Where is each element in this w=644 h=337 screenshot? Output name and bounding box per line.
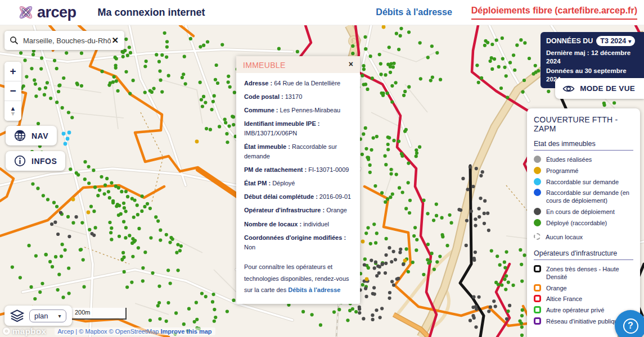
darkgray-dot-icon bbox=[534, 208, 541, 215]
legend-item: Zones très denses - Haute Densité bbox=[534, 265, 633, 281]
question-icon: ? bbox=[623, 318, 638, 334]
legend-item: Orange bbox=[534, 284, 633, 293]
legend-item: Raccordable sur demande bbox=[534, 178, 633, 186]
popup-field: Nombre de locaux : individuel bbox=[244, 220, 352, 229]
legend-item: Altice France bbox=[534, 295, 633, 303]
zoom-out-button[interactable]: − bbox=[4, 81, 21, 101]
scale-bar: 200m bbox=[70, 308, 127, 320]
legend-item-label: En cours de déploiement bbox=[546, 208, 615, 216]
attribution: mapbox Arcep | © Mapbox © OpenStreetMap … bbox=[0, 326, 215, 336]
legend-item-label: Déployé (raccordable) bbox=[546, 219, 607, 227]
arcep-logo-icon bbox=[16, 2, 36, 22]
mode-de-vue-button[interactable]: MODE DE VUE bbox=[555, 78, 644, 99]
search-input[interactable] bbox=[23, 37, 111, 45]
blue-dot-icon bbox=[534, 189, 541, 196]
top-header: arcep Ma connexion internet Débits à l'a… bbox=[0, 0, 644, 25]
popup-field: Début délai complétude : 2016-09-01 bbox=[244, 192, 352, 202]
cyan-dot-icon bbox=[534, 178, 541, 185]
nav-button[interactable]: NAV bbox=[6, 126, 57, 145]
popup-fields: Adresse : 64 Rue de la DentellièreCode p… bbox=[244, 79, 352, 252]
popup-footer: Pour connaître les opérateurs et technol… bbox=[244, 261, 352, 297]
debits-adresse-link[interactable]: Débits à l'adresse bbox=[288, 286, 340, 293]
popup-field: PM de rattachement : FI-13071-0009 bbox=[244, 165, 352, 175]
chevron-down-icon: ▾ bbox=[58, 313, 61, 319]
data-period-label: DONNÉES DU bbox=[546, 37, 593, 45]
popup-field: État PM : Déployé bbox=[244, 179, 352, 188]
search-box: ✕ bbox=[4, 31, 124, 50]
attribution-text: Arcep | © Mapbox © OpenStreetMap Improve… bbox=[55, 327, 215, 335]
mapbox-logo-icon bbox=[3, 327, 10, 335]
building-popup: IMMEUBLE × Adresse : 64 Rue de la Dentel… bbox=[236, 56, 360, 304]
orange-square-icon bbox=[534, 284, 541, 292]
layers-icon bbox=[10, 309, 24, 322]
basemap-select-value: plan bbox=[34, 312, 48, 320]
legend-item-label: Altice France bbox=[546, 295, 582, 303]
mapbox-logo[interactable]: mapbox bbox=[3, 326, 47, 336]
legend-title: COUVERTURE FTTH - ZAPM bbox=[534, 115, 633, 133]
last-update-text: Dernière maj : 12 décembre 2024 bbox=[546, 49, 639, 66]
popup-field: État immeuble : Raccordable sur demande bbox=[244, 142, 352, 161]
red-square-icon bbox=[534, 295, 541, 302]
legend-item-label: Études réalisées bbox=[546, 156, 592, 164]
infos-button-label: INFOS bbox=[31, 157, 57, 166]
layers-control: plan ▾ bbox=[4, 306, 72, 326]
header-links: Débits à l'adresse Déploiements fibre (c… bbox=[376, 6, 637, 20]
nav-button-label: NAV bbox=[31, 131, 48, 140]
popup-close-icon[interactable]: × bbox=[349, 61, 353, 67]
legend-item-label: Raccordable sur demande bbox=[546, 178, 619, 186]
search-clear-icon[interactable]: ✕ bbox=[111, 35, 119, 45]
dashed-circle-icon bbox=[534, 233, 541, 240]
popup-field: Coordonnées d'origine modifiées : Non bbox=[244, 233, 352, 252]
zoom-controls: + − ▲ ▼ bbox=[4, 62, 21, 121]
arcep-logo[interactable]: arcep bbox=[16, 2, 76, 22]
gold-dot-icon bbox=[534, 167, 541, 174]
popup-field: Commune : Les Pennes-Mirabeau bbox=[244, 106, 352, 115]
info-icon bbox=[14, 155, 26, 167]
legend-item: Programmé bbox=[534, 167, 633, 175]
zoom-in-button[interactable]: + bbox=[4, 62, 21, 81]
attribution-links[interactable]: Arcep | © Mapbox © OpenStreetMap bbox=[58, 328, 161, 335]
legend-item-label: Aucun locaux bbox=[546, 233, 583, 242]
globe-icon bbox=[14, 130, 26, 142]
green-square-icon bbox=[534, 306, 541, 313]
help-button[interactable]: ? bbox=[615, 310, 644, 337]
mode-de-vue-label: MODE DE VUE bbox=[580, 84, 635, 93]
legend-item: Aucun locaux bbox=[534, 233, 633, 242]
black-square-icon bbox=[534, 265, 541, 272]
gray-dot-icon bbox=[534, 156, 541, 163]
legend-etat-items: Études réaliséesProgramméRaccordable sur… bbox=[534, 156, 633, 242]
legend-item-label: Zones très denses - Haute Densité bbox=[546, 265, 633, 281]
link-debits-adresse[interactable]: Débits à l'adresse bbox=[376, 7, 452, 17]
legend-item-label: Raccordable sur demande (en cours de dép… bbox=[546, 189, 633, 205]
popup-field: Code postal : 13170 bbox=[244, 92, 352, 102]
infos-button[interactable]: INFOS bbox=[6, 151, 65, 171]
purple-square-icon bbox=[534, 317, 541, 325]
popup-field: Identifiant immeuble IPE : IMB/13071/X/0… bbox=[244, 119, 352, 138]
legend-section-etat: Etat des immeubles bbox=[534, 140, 633, 151]
legend-item-label: Orange bbox=[546, 284, 567, 293]
legend-item: Raccordable sur demande (en cours de dép… bbox=[534, 189, 633, 205]
popup-body: Adresse : 64 Rue de la DentellièreCode p… bbox=[236, 73, 360, 304]
improve-map-link[interactable]: Improve this map bbox=[160, 328, 211, 335]
basemap-select[interactable]: plan ▾ bbox=[29, 309, 66, 322]
legend-section-operateurs: Opérateurs d'infrastructure bbox=[534, 249, 633, 260]
compass-button[interactable]: ▲ ▼ bbox=[4, 101, 21, 121]
period-select[interactable]: T3 2024 ▾ bbox=[596, 36, 635, 46]
chevron-down-icon: ▾ bbox=[628, 38, 631, 44]
period-select-value: T3 2024 bbox=[600, 37, 626, 45]
legend-item-label: Autre opérateur privé bbox=[546, 306, 604, 315]
popup-title: IMMEUBLE bbox=[243, 61, 286, 70]
mapbox-logo-text: mapbox bbox=[12, 326, 47, 336]
page-title: Ma connexion internet bbox=[98, 7, 205, 19]
green-dot-icon bbox=[534, 219, 541, 226]
popup-field: Opérateur d'infrastructure : Orange bbox=[244, 206, 352, 215]
triangle-down-icon: ▼ bbox=[10, 111, 16, 116]
legend-item: Autre opérateur privé bbox=[534, 306, 633, 315]
popup-header: IMMEUBLE × bbox=[236, 56, 360, 73]
legend-item: Études réalisées bbox=[534, 156, 633, 164]
popup-field: Adresse : 64 Rue de la Dentellière bbox=[244, 79, 352, 88]
arcep-logo-text: arcep bbox=[37, 4, 76, 21]
legend-item: En cours de déploiement bbox=[534, 208, 633, 216]
legend-item: Déployé (raccordable) bbox=[534, 219, 633, 227]
link-deploiements-fibre[interactable]: Déploiements fibre (cartefibre.arcep.fr) bbox=[471, 6, 637, 20]
